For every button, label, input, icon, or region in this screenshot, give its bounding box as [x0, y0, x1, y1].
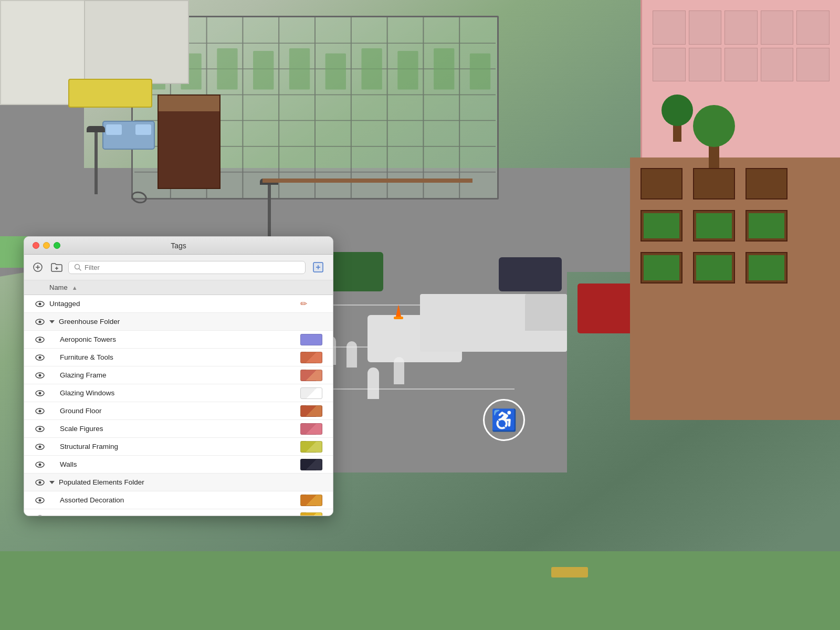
tags-panel: Tags	[24, 236, 333, 516]
visibility-toggle[interactable]	[30, 426, 49, 432]
visibility-toggle[interactable]	[30, 408, 49, 414]
visibility-toggle[interactable]	[30, 390, 49, 396]
grass-bottom	[0, 551, 840, 630]
tree-1	[693, 105, 735, 168]
close-button[interactable]	[33, 242, 39, 249]
visibility-toggle[interactable]	[30, 444, 49, 450]
svg-rect-19	[289, 48, 310, 90]
list-item[interactable]: Automobiles	[24, 509, 333, 516]
visibility-toggle[interactable]	[30, 372, 49, 379]
svg-rect-22	[397, 51, 418, 90]
tags-list: Untagged ✏ Greenhouse Folder	[24, 295, 333, 516]
list-item-folder[interactable]: Greenhouse Folder	[24, 313, 333, 331]
svg-point-48	[39, 410, 41, 412]
row-color	[300, 370, 327, 381]
truck-white	[420, 294, 567, 352]
color-swatch[interactable]	[300, 387, 322, 399]
color-swatch[interactable]	[300, 370, 322, 381]
row-color	[300, 495, 327, 506]
panel-title: Tags	[171, 242, 186, 250]
svg-point-44	[39, 374, 41, 376]
color-swatch[interactable]	[300, 495, 322, 506]
svg-point-52	[39, 445, 41, 448]
figure-2	[346, 341, 357, 368]
svg-point-40	[39, 338, 41, 341]
minimize-button[interactable]	[43, 242, 50, 249]
figure-4	[394, 357, 404, 384]
list-item-folder[interactable]: Populated Elements Folder	[24, 474, 333, 491]
list-item[interactable]: Scale Figures	[24, 420, 333, 438]
filter-input[interactable]	[85, 264, 300, 271]
list-item[interactable]: Glazing Windows	[24, 384, 333, 402]
row-label: Walls	[49, 460, 300, 468]
list-item[interactable]: Walls	[24, 456, 333, 474]
row-color: ✏	[300, 299, 327, 309]
svg-rect-21	[361, 48, 382, 90]
white-building-t2	[84, 0, 189, 84]
color-swatch[interactable]	[300, 423, 322, 435]
row-color	[300, 405, 327, 417]
svg-point-46	[39, 392, 41, 394]
color-swatch[interactable]	[300, 405, 322, 417]
svg-point-59	[36, 516, 44, 516]
color-swatch[interactable]	[300, 334, 322, 345]
visibility-toggle[interactable]	[30, 461, 49, 468]
row-color	[300, 334, 327, 345]
color-swatch[interactable]	[300, 441, 322, 453]
row-label: Furniture & Tools	[49, 353, 300, 361]
visibility-toggle[interactable]	[30, 497, 49, 503]
add-tag-button[interactable]	[30, 260, 45, 275]
list-item[interactable]: Aeroponic Towers	[24, 331, 333, 349]
yellow-bus	[68, 79, 152, 108]
row-label: Assorted Decoration	[49, 496, 300, 504]
svg-point-54	[39, 463, 41, 466]
list-item[interactable]: Furniture & Tools	[24, 349, 333, 366]
list-item[interactable]: Structural Framing	[24, 438, 333, 456]
expand-icon	[49, 320, 55, 323]
row-label: Ground Floor	[49, 407, 300, 415]
row-color	[300, 441, 327, 453]
row-color	[300, 387, 327, 399]
list-item[interactable]: Glazing Frame	[24, 366, 333, 384]
svg-rect-18	[253, 51, 274, 90]
list-item[interactable]: Ground Floor	[24, 402, 333, 420]
maximize-button[interactable]	[54, 242, 60, 249]
export-button[interactable]	[310, 259, 327, 276]
row-label: Glazing Windows	[49, 389, 300, 397]
color-swatch[interactable]	[300, 352, 322, 363]
svg-rect-23	[434, 48, 454, 90]
visibility-toggle[interactable]	[30, 354, 49, 361]
row-label: Aeroponic Towers	[49, 335, 300, 343]
svg-point-42	[39, 356, 41, 359]
panel-toolbar	[24, 255, 333, 280]
row-label: Glazing Frame	[49, 371, 300, 379]
list-item[interactable]: Untagged ✏	[24, 295, 333, 313]
row-label: Populated Elements Folder	[49, 478, 300, 486]
add-folder-button[interactable]	[49, 260, 64, 275]
visibility-toggle[interactable]	[30, 319, 49, 325]
svg-rect-24	[470, 54, 490, 90]
visibility-toggle[interactable]	[30, 301, 49, 307]
column-headers: Name ▲	[24, 280, 333, 295]
dark-building	[158, 94, 220, 189]
expand-icon	[49, 481, 55, 484]
svg-point-58	[39, 499, 41, 501]
color-swatch[interactable]	[300, 459, 322, 470]
search-icon	[74, 264, 81, 271]
svg-point-56	[39, 481, 41, 484]
visibility-toggle[interactable]	[30, 479, 49, 486]
visibility-toggle[interactable]	[30, 515, 49, 516]
svg-point-50	[39, 427, 41, 430]
visibility-toggle[interactable]	[30, 337, 49, 343]
row-label: Greenhouse Folder	[49, 318, 300, 326]
list-item[interactable]: Assorted Decoration	[24, 491, 333, 509]
name-column-header[interactable]: Name ▲	[49, 284, 300, 291]
lamp-post-1	[94, 131, 98, 194]
tree-2	[662, 94, 693, 142]
row-label: Automobiles	[49, 514, 300, 516]
color-swatch[interactable]	[300, 512, 322, 516]
svg-line-31	[79, 269, 81, 271]
sort-arrow: ▲	[72, 285, 78, 291]
camper-van	[102, 121, 155, 150]
bench	[551, 567, 588, 578]
